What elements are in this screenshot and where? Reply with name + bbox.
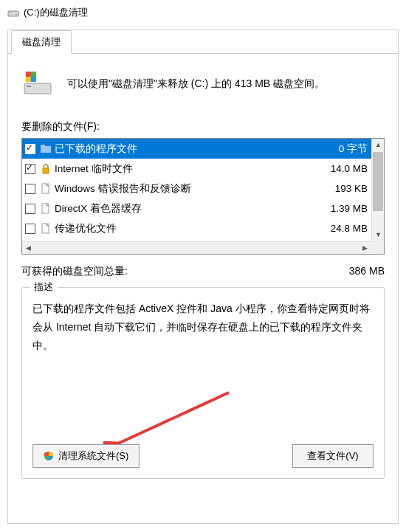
summary-text: 可以使用"磁盘清理"来释放 (C:) 上的 413 MB 磁盘空间。 [67, 76, 325, 91]
file-checkbox[interactable] [25, 204, 35, 214]
file-row[interactable]: Windows 错误报告和反馈诊断193 KB [22, 179, 384, 198]
file-name: 传递优化文件 [55, 222, 314, 235]
description-legend: 描述 [30, 280, 58, 294]
file-list[interactable]: 已下载的程序文件0 字节Internet 临时文件14.0 MBWindows … [21, 138, 385, 255]
scroll-thumb-vertical[interactable] [373, 152, 383, 211]
scroll-right-arrow[interactable]: ▶ [359, 242, 371, 255]
description-text: 已下载的程序文件包括 ActiveX 控件和 Java 小程序，你查看特定网页时… [32, 300, 374, 356]
shield-icon [44, 451, 54, 461]
titlebar: (C:)的磁盘清理 [0, 0, 406, 25]
description-group: 描述 已下载的程序文件包括 ActiveX 控件和 Java 小程序，你查看特定… [21, 287, 385, 479]
file-icon [40, 223, 52, 235]
svg-rect-1 [10, 13, 12, 13]
svg-line-15 [117, 393, 229, 444]
file-row[interactable]: Internet 临时文件14.0 MB [22, 159, 384, 179]
svg-rect-10 [41, 145, 45, 147]
svg-rect-8 [26, 77, 31, 82]
file-checkbox[interactable] [25, 164, 35, 174]
svg-rect-7 [31, 72, 36, 77]
scroll-down-arrow[interactable]: ▼ [372, 229, 385, 241]
file-name: Internet 临时文件 [55, 162, 314, 176]
file-checkbox[interactable] [25, 184, 35, 194]
svg-rect-2 [16, 14, 17, 15]
dialog-body: 磁盘清理 可以使用"磁盘清理"来释放 (C:) 上的 413 MB 磁盘空间。 … [7, 30, 399, 524]
svg-rect-9 [41, 146, 51, 153]
view-files-label: 查看文件(V) [307, 449, 358, 463]
files-section-label: 要删除的文件(F): [21, 120, 385, 134]
scrollbar-vertical[interactable]: ▲ ▼ [371, 139, 384, 241]
svg-rect-0 [8, 11, 18, 16]
svg-rect-6 [26, 72, 31, 77]
file-icon [40, 203, 52, 215]
scrollbar-horizontal[interactable]: ◀ ▶ [22, 241, 371, 254]
file-row[interactable]: 已下载的程序文件0 字节 [22, 139, 384, 159]
clean-system-files-button[interactable]: 清理系统文件(S) [32, 444, 140, 468]
window-title: (C:)的磁盘清理 [24, 6, 88, 19]
annotation-arrow [103, 387, 236, 453]
button-row: 清理系统文件(S) 查看文件(V) [32, 444, 374, 468]
file-icon [40, 183, 52, 195]
drive-icon [7, 7, 19, 18]
scroll-up-arrow[interactable]: ▲ [372, 139, 385, 151]
file-name: DirectX 着色器缓存 [55, 202, 314, 215]
svg-rect-3 [24, 83, 51, 94]
lock-icon [40, 163, 52, 175]
scroll-left-arrow[interactable]: ◀ [22, 242, 35, 255]
clean-system-files-label: 清理系统文件(S) [58, 449, 128, 463]
file-checkbox[interactable] [25, 144, 35, 154]
file-row[interactable]: 传递优化文件24.8 MB [22, 218, 384, 238]
svg-rect-4 [27, 86, 31, 87]
total-value: 386 MB [349, 265, 385, 278]
file-row[interactable]: DirectX 着色器缓存1.39 MB [22, 198, 384, 218]
folder-icon [40, 143, 52, 155]
total-label: 可获得的磁盘空间总量: [21, 265, 128, 278]
file-name: Windows 错误报告和反馈诊断 [55, 182, 314, 196]
scrollbar-corner [371, 241, 384, 254]
tab-content: 可以使用"磁盘清理"来释放 (C:) 上的 413 MB 磁盘空间。 要删除的文… [8, 54, 398, 489]
svg-rect-11 [43, 168, 49, 173]
total-row: 可获得的磁盘空间总量: 386 MB [21, 265, 385, 278]
tabstrip: 磁盘清理 [8, 30, 398, 54]
file-name: 已下载的程序文件 [55, 142, 314, 156]
summary-row: 可以使用"磁盘清理"来释放 (C:) 上的 413 MB 磁盘空间。 [21, 67, 385, 100]
view-files-button[interactable]: 查看文件(V) [292, 444, 374, 468]
disk-cleanup-icon [21, 67, 54, 100]
tab-disk-cleanup[interactable]: 磁盘清理 [11, 30, 72, 54]
file-checkbox[interactable] [25, 224, 35, 234]
